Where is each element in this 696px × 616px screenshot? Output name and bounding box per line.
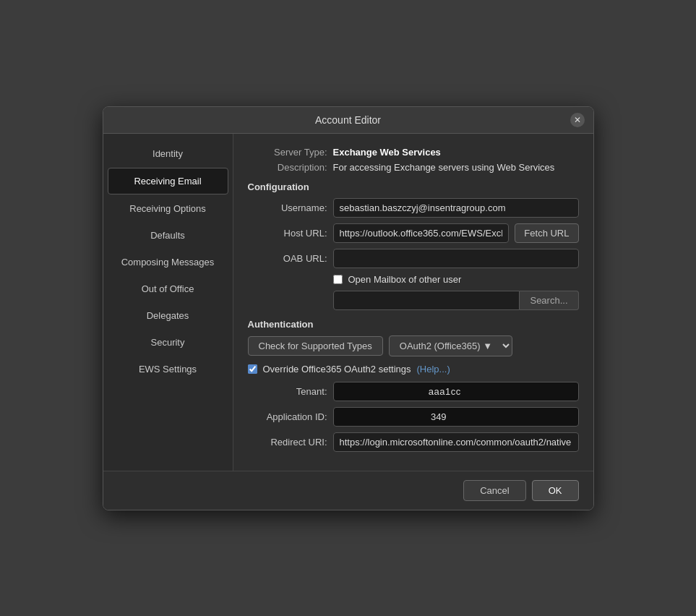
server-type-value: Exchange Web Services — [333, 147, 441, 158]
host-url-label: Host URL: — [248, 228, 327, 239]
host-url-input[interactable] — [333, 223, 510, 243]
dialog-titlebar: Account Editor ✕ — [103, 107, 593, 134]
auth-section-title: Authentication — [248, 319, 579, 330]
app-id-row: Application ID: — [248, 407, 579, 427]
search-input[interactable] — [333, 291, 520, 310]
open-mailbox-row: Open Mailbox of other user — [248, 274, 579, 285]
help-link[interactable]: (Help...) — [416, 364, 450, 375]
auth-controls-row: Check for Supported Types OAuth2 (Office… — [248, 335, 579, 356]
sidebar-item-receiving-options[interactable]: Receiving Options — [108, 196, 228, 221]
redirect-uri-label: Redirect URI: — [248, 437, 327, 448]
app-id-label: Application ID: — [248, 411, 327, 422]
sidebar-item-defaults[interactable]: Defaults — [108, 223, 228, 248]
tenant-label: Tenant: — [248, 386, 327, 397]
username-row: Username: — [248, 198, 579, 218]
description-value: For accessing Exchange servers using Web… — [333, 162, 555, 173]
oab-url-label: OAB URL: — [248, 253, 327, 264]
check-types-button[interactable]: Check for Supported Types — [248, 336, 383, 356]
oauth-select[interactable]: OAuth2 (Office365) ▼ — [389, 335, 512, 356]
sidebar-item-ews-settings[interactable]: EWS Settings — [108, 356, 228, 382]
ok-button[interactable]: OK — [532, 480, 579, 501]
account-editor-dialog: Account Editor ✕ Identity Receiving Emai… — [103, 106, 594, 510]
config-section-title: Configuration — [248, 181, 579, 192]
oab-url-input[interactable] — [333, 249, 579, 268]
sidebar-item-out-of-office[interactable]: Out of Office — [108, 276, 228, 301]
dialog-footer: Cancel OK — [103, 471, 593, 510]
redirect-uri-row: Redirect URI: — [248, 432, 579, 452]
sidebar: Identity Receiving Email Receiving Optio… — [103, 134, 233, 471]
dialog-title: Account Editor — [315, 114, 381, 126]
host-url-row: Host URL: Fetch URL — [248, 223, 579, 243]
redirect-uri-input[interactable] — [333, 432, 579, 452]
open-mailbox-checkbox[interactable] — [333, 275, 343, 284]
tenant-input[interactable] — [333, 382, 579, 401]
override-row: Override Office365 OAuth2 settings (Help… — [248, 364, 579, 375]
sidebar-item-receiving-email[interactable]: Receiving Email — [108, 168, 228, 194]
override-checkbox[interactable] — [248, 364, 257, 374]
cancel-button[interactable]: Cancel — [463, 480, 525, 501]
sidebar-item-delegates[interactable]: Delegates — [108, 303, 228, 328]
sidebar-item-composing-messages[interactable]: Composing Messages — [108, 249, 228, 275]
dialog-body: Identity Receiving Email Receiving Optio… — [103, 134, 593, 471]
close-button[interactable]: ✕ — [570, 113, 585, 127]
oab-url-row: OAB URL: — [248, 249, 579, 268]
main-content: Server Type: Exchange Web Services Descr… — [233, 134, 593, 471]
username-input[interactable] — [333, 198, 579, 218]
search-button[interactable]: Search... — [520, 291, 578, 310]
server-type-row: Server Type: Exchange Web Services — [248, 147, 579, 158]
server-type-label: Server Type: — [248, 147, 327, 158]
sidebar-item-security[interactable]: Security — [108, 330, 228, 355]
description-label: Description: — [248, 162, 327, 173]
tenant-row: Tenant: — [248, 382, 579, 401]
app-id-input[interactable] — [333, 407, 579, 427]
search-row: Search... — [248, 291, 579, 310]
override-label: Override Office365 OAuth2 settings — [263, 364, 411, 375]
description-row: Description: For accessing Exchange serv… — [248, 162, 579, 173]
sidebar-item-identity[interactable]: Identity — [108, 141, 228, 166]
open-mailbox-label: Open Mailbox of other user — [348, 274, 462, 285]
username-label: Username: — [248, 202, 327, 213]
fetch-url-button[interactable]: Fetch URL — [515, 223, 578, 243]
